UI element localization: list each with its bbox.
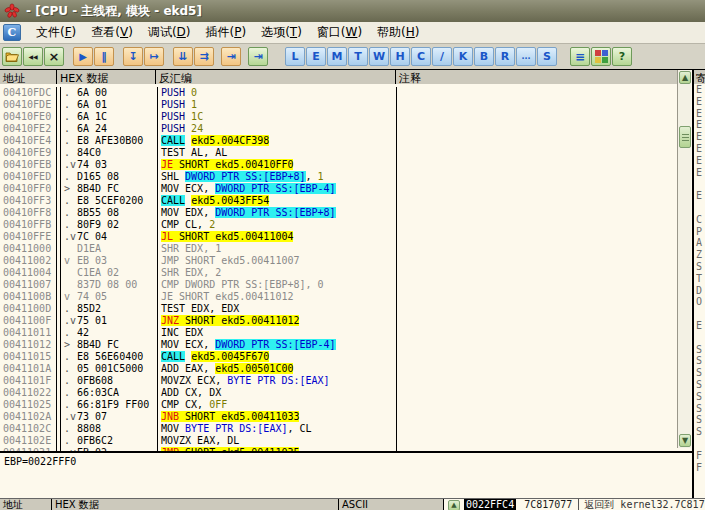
menu-item[interactable]: 文件(F) [30, 22, 82, 43]
disasm-row[interactable]: 00411025.66:81F9 FF00CMP CX, 0FF [0, 399, 677, 411]
row-address: 00411015 [0, 351, 57, 363]
bottom-panes: 地址 HEX 数据 ASCII ▲ 0022FFC4 7C817077 返回到 … [0, 498, 705, 510]
row-marker: . [61, 123, 77, 135]
row-marker: . [61, 399, 77, 411]
menu-item[interactable]: 调试(D) [142, 22, 197, 43]
row-comment [397, 159, 677, 171]
disasm-row[interactable]: 0041100F.v75 01JNZ SHORT ekd5.00411012 [0, 315, 677, 327]
scrollbar-thumb[interactable] [679, 126, 691, 148]
open-file-button[interactable] [2, 47, 22, 66]
disasm-row[interactable]: 00411007837D 08 00CMP DWORD PTR SS:[EBP+… [0, 279, 677, 291]
view-memory-button[interactable]: M [327, 47, 347, 66]
row-marker: . [61, 387, 77, 399]
disasm-row[interactable]: 0041101F.0FB608MOVZX ECX, BYTE PTR DS:[E… [0, 375, 677, 387]
scroll-down-icon[interactable]: ▼ [679, 434, 691, 447]
letter-k-icon: K [459, 51, 468, 62]
disasm-row[interactable]: 00410FF3.E8 5CEF0200CALL ekd5.0043FF54 [0, 195, 677, 207]
view-references-button[interactable]: R [495, 47, 515, 66]
menu-item[interactable]: 窗口(W) [311, 22, 368, 43]
disasm-row[interactable]: 00410FE9.84C0TEST AL, AL [0, 147, 677, 159]
close-button[interactable]: × [44, 47, 64, 66]
log-options-button[interactable]: ≡ [570, 47, 590, 66]
disasm-row[interactable]: 0041100D.85D2TEST EDX, EDX [0, 303, 677, 315]
disasm-row[interactable]: 00410FFE.v7C 04JL SHORT ekd5.00411004 [0, 231, 677, 243]
row-marker: .v [61, 231, 77, 243]
view-patches-button[interactable]: / [432, 47, 452, 66]
row-marker: > [61, 339, 77, 351]
letter-s-icon: S [543, 51, 551, 62]
view-cpu-button[interactable]: C [411, 47, 431, 66]
disasm-row[interactable]: 00410FEB.v74 03JE SHORT ekd5.00410FF0 [0, 159, 677, 171]
info-pane[interactable]: EBP=0022FFF0 [0, 451, 692, 498]
disasm-row[interactable]: 00410FED.D165 08SHL DWORD PTR SS:[EBP+8]… [0, 171, 677, 183]
until-return-button[interactable]: ⇥ [221, 47, 241, 66]
view-windows-button[interactable]: W [369, 47, 389, 66]
help-button[interactable]: ? [612, 47, 632, 66]
disasm-row[interactable]: 00411022.66:03CAADD CX, DX [0, 387, 677, 399]
register-line: T [694, 273, 705, 285]
row-disassembly: TEST EDX, EDX [158, 303, 397, 315]
view-run-trace-button[interactable]: ... [516, 47, 536, 66]
disasm-row[interactable]: 00410FF0>8B4D FCMOV ECX, DWORD PTR SS:[E… [0, 183, 677, 195]
row-disassembly: SHL DWORD PTR SS:[EBP+8], 1 [158, 171, 397, 183]
row-disassembly: JMP SHORT ekd5.00411007 [158, 255, 397, 267]
row-address: 00410FFB [0, 219, 57, 231]
pause-button[interactable]: ‖ [94, 47, 114, 66]
disasm-row[interactable]: 00411000D1EASHR EDX, 1 [0, 243, 677, 255]
go-to-address-button[interactable]: ⇥ [248, 47, 268, 66]
menu-item[interactable]: 插件(P) [200, 22, 253, 43]
disasm-row[interactable]: 00411011.42INC EDX [0, 327, 677, 339]
row-marker: . [61, 435, 77, 447]
title-bar[interactable]: - [CPU - 主线程, 模块 - ekd5] [0, 0, 705, 22]
disasm-row[interactable]: 00411004C1EA 02SHR EDX, 2 [0, 267, 677, 279]
disasm-row[interactable]: 00410FF8.8B55 08MOV EDX, DWORD PTR SS:[E… [0, 207, 677, 219]
view-breakpoints-button[interactable]: B [474, 47, 494, 66]
disasm-row[interactable]: 00411002vEB 03JMP SHORT ekd5.00411007 [0, 255, 677, 267]
restart-button[interactable]: ◀◀ [23, 47, 43, 66]
stack-row[interactable]: ▲ 0022FFC4 7C817077 返回到 kernel32.7C817 [444, 499, 705, 510]
row-marker: . [61, 135, 77, 147]
stack-scroll-up-icon[interactable]: ▲ [448, 500, 460, 510]
view-log-button[interactable]: L [285, 47, 305, 66]
step-into-button[interactable]: ↧ [123, 47, 143, 66]
appearance-button[interactable] [591, 47, 611, 66]
disasm-row[interactable]: 00410FDE.6A 01PUSH 1 [0, 99, 677, 111]
view-source-button[interactable]: S [537, 47, 557, 66]
scroll-up-icon[interactable]: ▲ [679, 71, 691, 84]
view-threads-button[interactable]: T [348, 47, 368, 66]
row-comment [397, 327, 677, 339]
row-address: 00411011 [0, 327, 57, 339]
toolbar: ◀◀×▶‖↧↦⇊⇉⇥⇥LEMTWHC/KBR...S≡? [0, 44, 705, 69]
disasm-row[interactable]: 0041102C.8808MOV BYTE PTR DS:[EAX], CL [0, 423, 677, 435]
view-executables-button[interactable]: E [306, 47, 326, 66]
disasm-row[interactable]: 00410FDC.6A 00PUSH 0 [0, 87, 677, 99]
disasm-row[interactable]: 00410FE2.6A 24PUSH 24 [0, 123, 677, 135]
row-marker: . [61, 195, 77, 207]
menu-item[interactable]: 帮助(H) [371, 22, 425, 43]
letter-t-icon: T [354, 51, 362, 62]
disasm-row[interactable]: 00410FE4.E8 AFE30B00CALL ekd5.004CF398 [0, 135, 677, 147]
register-line: S [694, 403, 705, 415]
register-line: S [694, 379, 705, 391]
disasm-row[interactable]: 0041101A.05 001C5000ADD EAX, ekd5.00501C… [0, 363, 677, 375]
disasm-row[interactable]: 00411015.E8 56E60400CALL ekd5.0045F670 [0, 351, 677, 363]
disasm-row[interactable]: 00410FE0.6A 1CPUSH 1C [0, 111, 677, 123]
cpu-window-icon[interactable]: C [3, 24, 21, 41]
menu-item[interactable]: 选项(T) [255, 22, 308, 43]
row-comment [397, 267, 677, 279]
menu-item[interactable]: 查看(V) [85, 22, 139, 43]
disasm-row[interactable]: 0041100Bv74 05JE SHORT ekd5.00411012 [0, 291, 677, 303]
disasm-row[interactable]: 00410FFB.80F9 02CMP CL, 2 [0, 219, 677, 231]
view-handles-button[interactable]: H [390, 47, 410, 66]
disasm-vertical-scrollbar[interactable]: ▲ ▼ [677, 70, 691, 448]
view-call-stack-button[interactable]: K [453, 47, 473, 66]
disasm-row[interactable]: 00411012>8B4D FCMOV ECX, DWORD PTR SS:[E… [0, 339, 677, 351]
animate-over-button[interactable]: ⇉ [194, 47, 214, 66]
animate-into-button[interactable]: ⇊ [173, 47, 193, 66]
register-line: E [694, 143, 705, 155]
row-address: 00410FDC [0, 87, 57, 99]
disasm-row[interactable]: 0041102A.v73 07JNB SHORT ekd5.00411033 [0, 411, 677, 423]
disasm-row[interactable]: 0041102E.0FB6C2MOVZX EAX, DL [0, 435, 677, 447]
step-over-button[interactable]: ↦ [144, 47, 164, 66]
run-button[interactable]: ▶ [73, 47, 93, 66]
